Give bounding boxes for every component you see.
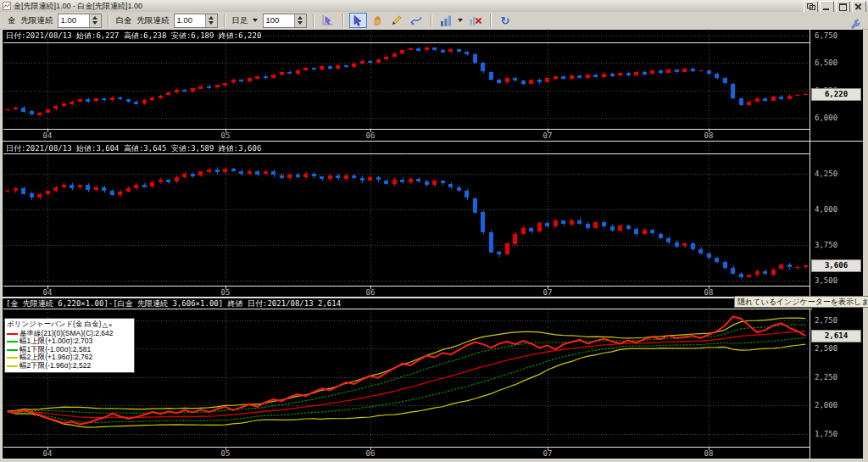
minimize-button[interactable] <box>820 1 834 13</box>
chart-settings-button[interactable] <box>849 19 863 31</box>
y-axis-tick-label: 2,250 <box>815 373 837 381</box>
draw-line-tool-button[interactable] <box>388 13 406 28</box>
x-axis-month-label: 05 <box>221 131 231 140</box>
spread-header: [金 先限連続 6,220×1.00]-[白金 先限連続 3,606×1.00]… <box>3 298 812 309</box>
legend-item-label: 幅2下限(-1.96σ):2,522 <box>19 361 91 371</box>
legend-color-mark <box>7 333 18 335</box>
spin-up-icon <box>209 16 214 19</box>
x-axis-month-label: 04 <box>43 288 53 297</box>
curve-pen-icon <box>409 14 423 27</box>
instrument2-label: 白金 <box>116 15 132 26</box>
close-button[interactable] <box>852 1 866 13</box>
bar-count-input[interactable]: 100 <box>263 14 307 28</box>
gold-chart-panel: 日付:2021/08/13 始値:6,227 高値:6,238 安値:6,189… <box>2 29 862 142</box>
y-axis-tick-label: 3,500 <box>815 276 837 285</box>
y-axis-tick-label: 4,000 <box>815 205 837 214</box>
toolbar-separator <box>313 14 314 27</box>
bollinger-legend: ボリンジャーバンド(金 白金) △ × 基準線(21)(0)(SMA)(C):2… <box>4 318 135 373</box>
pan-tool-button[interactable] <box>369 13 387 28</box>
x-axis-month-label: 07 <box>543 449 553 458</box>
maximize-button[interactable] <box>836 1 850 13</box>
hand-icon <box>370 14 384 27</box>
panel-splitter[interactable] <box>0 140 868 142</box>
remove-indicator-button[interactable] <box>467 13 485 28</box>
x-axis-month-label: 07 <box>543 288 553 297</box>
y-axis-tick-label: 2,500 <box>815 344 837 353</box>
platinum-y-axis: 3,5003,7504,0004,2503,606 <box>810 142 863 297</box>
legend-collapse-button[interactable]: △ <box>103 321 108 329</box>
toolbar-separator <box>342 14 344 27</box>
platinum-x-axis: 0405060708 <box>3 286 810 297</box>
x-axis-month-label: 04 <box>43 131 53 140</box>
toolbar-separator <box>490 14 492 27</box>
dropdown-arrow-icon[interactable] <box>253 19 258 22</box>
pencil-icon <box>390 14 403 27</box>
y-axis-tick-label: 6,000 <box>815 114 837 122</box>
title-bar[interactable]: 金[先限連続]1.00 - 白金[先限連続]1.00 <box>0 0 868 13</box>
x-axis-month-label: 06 <box>366 449 376 458</box>
toolbar-separator <box>431 14 432 27</box>
chart-cursor-icon <box>321 14 335 27</box>
chart-type-button[interactable] <box>437 13 455 28</box>
x-axis-month-label: 08 <box>704 131 714 140</box>
minimize-icon <box>823 8 829 10</box>
current-price-box: 3,606 <box>811 259 861 272</box>
instrument1-label: 金 <box>8 15 16 26</box>
chart-delete-icon <box>469 14 482 27</box>
instrument1-series-label: 先限連続 <box>21 15 53 26</box>
refresh-icon: ↻ <box>501 15 510 26</box>
instrument2-series-label: 先限連続 <box>137 15 170 26</box>
platinum-ohlc-info: 日付:2021/08/13 始値:3,604 高値:3,645 安値:3,589… <box>6 143 261 154</box>
toolbar-separator <box>108 14 109 27</box>
spread-y-axis: 1,7502,0002,2502,5002,7502,614 <box>810 298 863 459</box>
legend-item: 幅2下限(-1.96σ):2,522 <box>7 362 132 370</box>
current-price-box: 2,614 <box>811 330 861 342</box>
chart-type-dropdown-arrow-icon[interactable] <box>458 19 463 22</box>
y-axis-tick-label: 1,750 <box>815 430 837 438</box>
spinner-buttons[interactable] <box>89 14 101 27</box>
period-dropdown[interactable]: 日足 <box>232 15 248 26</box>
window-title: 金[先限連続]1.00 - 白金[先限連続]1.00 <box>14 1 142 12</box>
spin-down-icon <box>92 21 97 25</box>
app-chart-icon <box>3 2 11 10</box>
gold-y-axis: 6,0006,2506,5006,7506,220 <box>810 30 863 141</box>
instrument1-multiplier-input[interactable]: 1.00 <box>58 14 102 28</box>
select-tool-button[interactable] <box>349 13 367 28</box>
x-axis-month-label: 08 <box>704 449 714 458</box>
x-axis-month-label: 06 <box>366 288 376 297</box>
legend-color-mark <box>7 357 18 359</box>
bar-chart-icon <box>440 14 453 27</box>
legend-color-mark <box>7 341 18 342</box>
pointer-icon <box>352 14 364 26</box>
y-axis-tick-label: 3,750 <box>815 241 837 249</box>
crosshair-tool-button[interactable] <box>320 13 337 28</box>
refresh-button[interactable]: ↻ <box>497 13 515 28</box>
y-axis-tick-label: 4,250 <box>815 170 837 178</box>
current-price-box: 6,220 <box>811 88 861 101</box>
spin-down-icon <box>298 21 303 25</box>
y-axis-tick-label: 6,500 <box>815 58 837 67</box>
hidden-indicators-tooltip: 隠れているインジケーターを表示します <box>734 296 868 308</box>
legend-color-mark <box>7 365 18 367</box>
y-axis-tick-label: 2,000 <box>815 401 837 409</box>
instrument2-multiplier-input[interactable]: 1.00 <box>174 14 218 28</box>
spin-up-icon <box>92 16 97 19</box>
maximize-icon <box>839 3 847 11</box>
wrench-icon <box>849 19 863 31</box>
spinner-buttons[interactable] <box>205 14 217 27</box>
x-axis-month-label: 05 <box>221 288 231 297</box>
platinum-price-canvas[interactable] <box>3 142 810 286</box>
gold-price-canvas[interactable] <box>3 31 810 129</box>
float-window-button[interactable] <box>804 1 818 13</box>
x-axis-month-label: 04 <box>43 449 53 458</box>
x-axis-month-label: 08 <box>704 288 714 297</box>
toolbar-separator <box>224 14 225 27</box>
spinner-buttons[interactable] <box>294 14 306 27</box>
legend-close-button[interactable]: × <box>108 321 113 329</box>
spin-up-icon <box>298 16 303 19</box>
x-axis-month-label: 05 <box>221 449 231 458</box>
gold-x-axis: 0405060708 <box>3 129 810 141</box>
gold-ohlc-info: 日付:2021/08/13 始値:6,227 高値:6,238 安値:6,189… <box>6 31 261 42</box>
spread-chart-panel: [金 先限連続 6,220×1.00]-[白金 先限連続 3,606×1.00]… <box>2 298 862 459</box>
draw-curve-tool-button[interactable] <box>408 13 426 28</box>
